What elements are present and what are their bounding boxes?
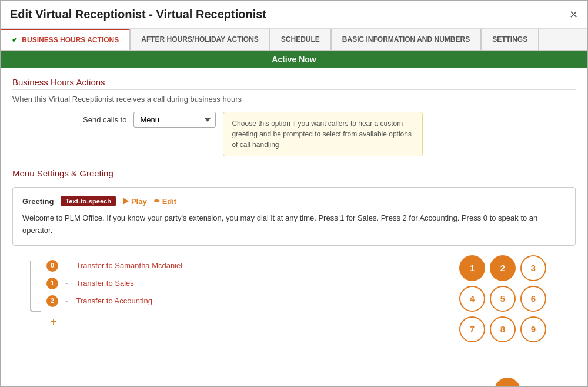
tab-business-hours[interactable]: ✔ Business Hours Actions: [1, 29, 130, 50]
greeting-text: Welcome to PLM Office. If you know your …: [22, 212, 566, 237]
numpad-key-3[interactable]: 3: [520, 255, 546, 281]
menu-item-1: 1 - Transfer to Sales: [46, 278, 182, 289]
close-button[interactable]: ✕: [569, 8, 578, 21]
tts-badge[interactable]: Text-to-speech: [61, 196, 115, 206]
greeting-box: Greeting Text-to-speech Play ✏ Edit Welc…: [12, 187, 576, 246]
edit-button[interactable]: ✏ Edit: [154, 197, 177, 206]
num-badge-2: 2: [46, 295, 58, 307]
subtitle-text: When this Virtual Receptionist receives …: [12, 95, 576, 104]
numpad: 1 2 3 4 5 6 7 8 9: [459, 255, 546, 373]
numpad-key-1[interactable]: 1: [459, 255, 485, 281]
numpad-key-4[interactable]: 4: [459, 286, 485, 312]
tab-settings[interactable]: Settings: [481, 29, 539, 50]
greeting-header: Greeting Text-to-speech Play ✏ Edit: [22, 196, 566, 206]
numpad-key-5[interactable]: 5: [490, 286, 516, 312]
menu-items-list: 0 - Transfer to Samantha Mcdaniel 1 - Tr…: [12, 255, 459, 329]
menu-link-0[interactable]: Transfer to Samantha Mcdaniel: [76, 261, 182, 270]
tab-schedule[interactable]: Schedule: [270, 29, 331, 50]
play-button[interactable]: Play: [123, 197, 147, 206]
numpad-container: 1 2 3 4 5 6 7 8 9 0: [459, 255, 558, 387]
active-banner: Active Now: [1, 51, 587, 68]
menu-item-0: 0 - Transfer to Samantha Mcdaniel: [46, 260, 182, 272]
num-badge-0: 0: [46, 260, 58, 272]
numpad-key-0[interactable]: 0: [495, 378, 520, 387]
tab-after-hours[interactable]: After Hours/Holiday Actions: [130, 29, 270, 50]
title-bar: Edit Virtual Receptionist - Virtual Rece…: [1, 1, 587, 29]
menu-link-2[interactable]: Transfer to Accounting: [76, 296, 152, 305]
numpad-key-7[interactable]: 7: [459, 316, 485, 342]
send-calls-label: Send calls to: [83, 112, 126, 124]
menu-link-1[interactable]: Transfer to Sales: [76, 279, 134, 288]
numpad-key-2[interactable]: 2: [490, 255, 516, 281]
section-title-2: Menu Settings & Greeting: [12, 168, 576, 181]
numpad-key-6[interactable]: 6: [520, 286, 546, 312]
send-calls-select[interactable]: Menu: [133, 112, 216, 128]
play-icon: [123, 198, 129, 205]
greeting-label: Greeting: [22, 197, 54, 206]
numpad-key-8[interactable]: 8: [490, 316, 516, 342]
send-calls-row: Send calls to Menu Choose this option if…: [12, 112, 576, 156]
info-box: Choose this option if you want callers t…: [223, 112, 423, 156]
add-menu-item-button[interactable]: +: [50, 315, 57, 328]
tab-bar: ✔ Business Hours Actions After Hours/Hol…: [1, 29, 587, 51]
section-title-1: Business Hours Actions: [12, 77, 576, 90]
numpad-key-9[interactable]: 9: [520, 316, 546, 342]
main-content: Business Hours Actions When this Virtual…: [1, 68, 587, 387]
num-badge-1: 1: [46, 278, 58, 289]
pencil-icon: ✏: [154, 197, 160, 205]
menu-area: 0 - Transfer to Samantha Mcdaniel 1 - Tr…: [12, 255, 576, 387]
menu-item-2: 2 - Transfer to Accounting: [46, 295, 182, 307]
tab-basic-info[interactable]: Basic Information and Numbers: [331, 29, 481, 50]
page-title: Edit Virtual Receptionist - Virtual Rece…: [10, 8, 266, 21]
check-icon: ✔: [12, 36, 18, 44]
